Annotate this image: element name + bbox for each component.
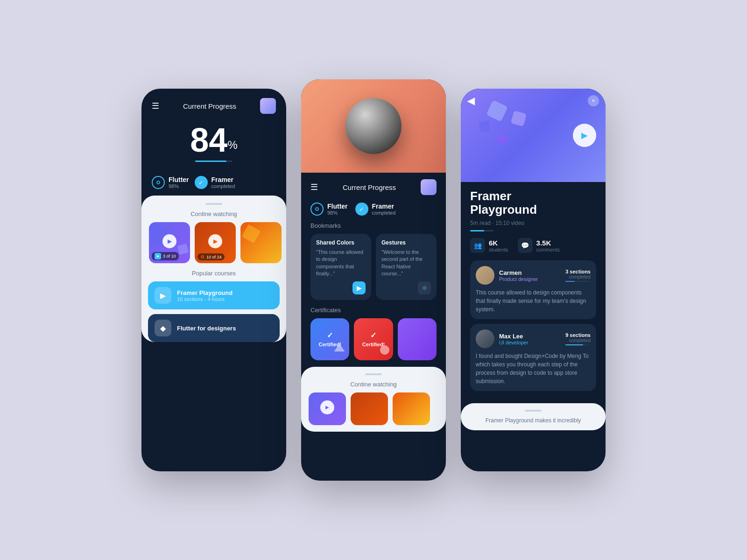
menu-icon[interactable]: ☰ [152,102,159,110]
popular-framer-title: Framer Playground [177,289,233,296]
bookmark-gestures[interactable]: Gestures "Welcome to the second part of … [376,234,437,300]
phone2-video-thumbs: ▶ [301,392,446,432]
review-carmen-header: Carmen Product designer 3 sections compl… [476,266,591,285]
svg-point-1 [316,208,318,210]
flutter-info: Flutter 98% [169,176,189,189]
review-carmen: Carmen Product designer 3 sections compl… [470,260,596,319]
phone-2: ☰ Current Progress Flutter 98% ✓ Framer [301,79,446,481]
cert-card-1[interactable]: ✓ Certified! [310,318,349,360]
max-sections: 9 sections completed [565,332,591,345]
phone2-framer-sub: completed [372,210,396,216]
framer-bookmark-icon: ▶ [352,281,366,294]
phone2-course-framer[interactable]: ✓ Framer completed [355,203,396,216]
max-sections-fill [565,344,583,345]
certs-label: Certificates [301,307,446,318]
framer-course-icon: ▶ [155,287,171,304]
avatar-image [260,98,276,114]
phone3-hero-image: ◀ × ▶ [461,89,606,182]
max-avatar [476,329,494,348]
students-count: 6K [489,239,508,247]
phone2-thumb-1[interactable]: ▶ [309,392,346,425]
large-play-button[interactable]: ▶ [573,124,596,147]
progress-bar-fill [195,161,226,162]
drag-handle [205,203,222,205]
max-avatar-img [476,329,494,348]
cert-check-2: ✓ [370,331,376,340]
framer-logo-top: ◀ [467,95,474,106]
carmen-avatar-img [476,266,494,285]
phone2-avatar-img [421,179,437,195]
framer-name: Framer [211,176,235,183]
page-wrapper: ☰ Current Progress 84% Flutter [0,0,747,560]
decorative-sphere [345,98,402,154]
phone1-title: Current Progress [183,102,236,110]
video-thumb-3[interactable] [240,222,282,263]
phone3-progress-bar [470,230,493,231]
max-sections-num: 9 sections [565,332,591,338]
phone2-menu-icon[interactable]: ☰ [310,183,318,191]
carmen-avatar [476,266,494,285]
carmen-sections-bar [565,281,589,282]
phone2-flutter-info: Flutter 98% [327,203,348,216]
popular-flutter-info: Flutter for designers [177,325,236,332]
carmen-role: Product designer [499,276,561,282]
play-icon[interactable]: ▶ [162,234,176,248]
review-max-header: Max Lee UI developer 9 sections complete… [476,329,591,348]
cert-card-3[interactable] [398,318,437,360]
framer-icon-check: ✓ [195,176,208,189]
play-icon-2[interactable]: ▶ [208,234,222,248]
stat-comments-info: 3.5K comments [536,239,560,252]
framer-info: Framer completed [211,176,235,189]
phone2-play-1[interactable]: ▶ [320,400,334,414]
flutter-sub: 98% [169,183,189,189]
progress-bar-track [195,161,233,162]
phone3-white-card: Framer Playground makes it incredibly [461,403,606,430]
comments-count: 3.5K [536,239,560,247]
flutter-course-icon: ◆ [155,320,171,336]
phone2-flutter-circle [310,203,324,216]
bookmark-text-1: "This course allowed to design component… [316,249,366,278]
popular-item-framer[interactable]: ▶ Framer Playground 10 sections - 4 hour… [148,281,280,309]
close-button[interactable]: × [588,95,599,106]
max-review-text: I found and bought Design+Code by Meng T… [476,352,591,385]
popular-item-flutter[interactable]: ◆ Flutter for designers [148,314,280,342]
video-count-2: 10 of 24 [206,255,222,259]
bookmark-cards: Shared Colors "This course allowed to de… [301,234,446,307]
max-role: UI developer [499,340,561,345]
video-count-1: 3 of 10 [163,254,176,259]
comments-label: comments [536,247,560,252]
phone2-title: Current Progress [343,183,396,191]
cert-card-2[interactable]: ✓ Certified! [354,318,393,360]
phone2-continue-label: Contine watching [301,381,446,388]
phone3-content: FramerPlayground 5m read · 15:10 video 👥… [461,182,606,403]
video-badge-2: ⚙ 10 of 24 [197,253,225,260]
comments-icon: 💬 [518,238,533,253]
framer-sub: completed [211,183,235,189]
phone2-thumb-3[interactable] [393,392,430,425]
phone2-framer-info: Framer completed [372,203,396,216]
progress-value: 84 [190,123,227,157]
gear-icon: ⚙ [200,254,204,259]
phone2-avatar [421,179,437,195]
phone3-title: FramerPlayground [470,189,596,216]
bookmark-shared-colors[interactable]: Shared Colors "This course allowed to de… [310,234,371,300]
flutter-icon-circle [152,176,165,189]
phone-1: ☰ Current Progress 84% Flutter [141,89,286,471]
video-thumbs: ▶ ▶ 3 of 10 ▶ ⚙ 10 of 24 [141,222,286,270]
phone2-thumb-2[interactable] [351,392,388,425]
course-framer[interactable]: ✓ Framer completed [195,176,235,189]
phone2-courses-row: Flutter 98% ✓ Framer completed [301,200,446,222]
progress-section: 84% [141,119,286,169]
courses-row: Flutter 98% ✓ Framer completed [141,169,286,196]
video-thumb-1[interactable]: ▶ ▶ 3 of 10 [149,222,190,263]
stats-row: 👥 6K students 💬 3.5K comments [470,238,596,253]
bookmark-title-1: Shared Colors [316,239,366,246]
phone3-meta: 5m read · 15:10 video [470,220,596,226]
carmen-sections-fill [565,281,575,282]
phone2-course-flutter[interactable]: Flutter 98% [310,203,348,216]
max-sections-label: completed [565,338,591,343]
popular-framer-info: Framer Playground 10 sections - 4 hours [177,289,233,302]
video-thumb-2[interactable]: ▶ ⚙ 10 of 24 [195,222,236,263]
course-flutter[interactable]: Flutter 98% [152,176,189,189]
carmen-info: Carmen Product designer [499,269,561,282]
